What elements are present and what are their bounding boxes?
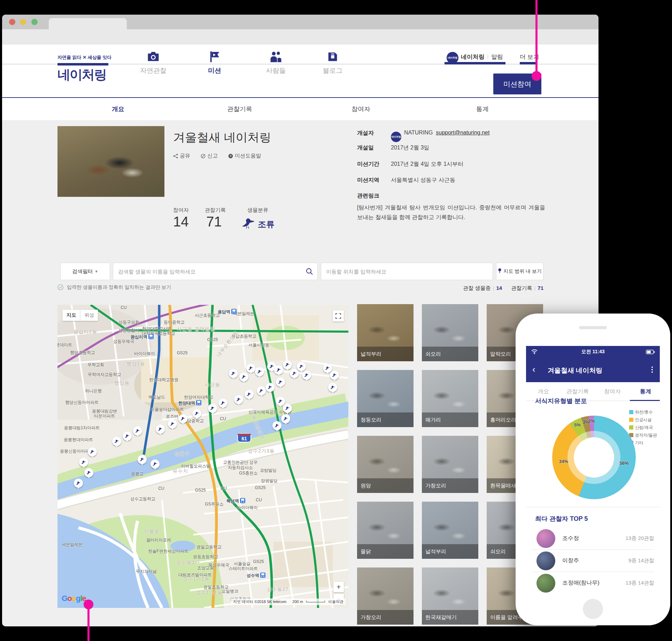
observation-pin-34[interactable] (330, 371, 339, 380)
photo-tile[interactable]: 왜가리 (422, 370, 478, 427)
observation-pin-16[interactable] (218, 399, 227, 408)
photo-caption: 한국재갈매기 (422, 610, 478, 625)
map-range-button[interactable]: 지도 범위 내 보기 (496, 263, 543, 280)
observation-pin-31[interactable] (123, 432, 132, 441)
check-circle-icon (57, 284, 65, 290)
observation-pin-8[interactable] (290, 369, 299, 378)
photo-tile[interactable]: 한국재갈매기 (422, 567, 478, 625)
observation-pin-22[interactable] (276, 397, 285, 406)
photo-tile[interactable]: 넓적부리 (422, 502, 478, 559)
observation-pin-1[interactable] (229, 369, 238, 378)
observation-pin-25[interactable] (272, 421, 281, 430)
top-observer-row-1[interactable]: 조수정13종 20관찰 (532, 528, 654, 549)
observation-pin-14[interactable] (245, 390, 254, 399)
phone-home-button[interactable] (583, 599, 603, 619)
observation-pin-30[interactable] (112, 437, 121, 446)
minimize-window-button[interactable] (20, 19, 26, 25)
map-label-성동우체국: 성동우체국 (113, 339, 134, 345)
top-observer-row-2[interactable]: 이창주9종 14관찰 (532, 550, 654, 572)
map-type-button[interactable]: 지도 (62, 310, 80, 321)
observation-pin-18[interactable] (192, 409, 201, 418)
subtab-1[interactable]: 개요 (83, 105, 153, 113)
main-nav-item-1[interactable]: 자연관찰 (131, 51, 176, 75)
observation-map[interactable]: 61 CU세븐일레븐성동구의회동마중학교사근초등학교용답역한양대학교사범대학부속… (57, 305, 348, 608)
phone-tab-1[interactable]: 개요 (528, 388, 559, 395)
observation-pin-7[interactable] (283, 360, 292, 369)
close-window-button[interactable] (9, 19, 15, 25)
observation-pin-6[interactable] (274, 365, 283, 374)
photo-tile[interactable]: 쇠오리 (422, 304, 478, 361)
subtab-4[interactable]: 통계 (448, 105, 517, 113)
zoom-in-button[interactable]: + (333, 582, 344, 592)
species-search-input[interactable] (113, 263, 317, 280)
phone-tab-3[interactable]: 참여자 (597, 388, 628, 395)
donut-percent-label-2: 34% (559, 459, 568, 464)
site-logo[interactable]: 네이처링 (57, 66, 106, 84)
category-label: 생물분류 (247, 207, 268, 214)
observation-pin-21[interactable] (156, 425, 165, 434)
observer-name: 조수정 (562, 535, 579, 542)
observation-pin-13[interactable] (257, 386, 266, 395)
observation-pin-12[interactable] (265, 383, 275, 392)
mission-cover-photo[interactable] (57, 126, 164, 197)
photo-tile[interactable]: 넓적부리 (357, 304, 414, 361)
main-nav-item-2[interactable]: 미션 (192, 51, 237, 75)
main-nav-label: 블로그 (310, 66, 355, 75)
creator-email-link[interactable]: support@naturing.net (436, 130, 489, 136)
subtab-3[interactable]: 참여자 (326, 105, 396, 113)
phone-tab-4[interactable]: 통계 (630, 388, 660, 395)
observation-pin-28[interactable] (84, 468, 93, 477)
photo-tile[interactable]: 물닭 (357, 502, 414, 559)
observation-pin-9[interactable] (297, 362, 306, 371)
block-icon (201, 154, 206, 160)
zoom-window-button[interactable] (31, 19, 38, 25)
observation-pin-10[interactable] (302, 371, 311, 380)
main-nav-item-4[interactable]: 블로그 (310, 51, 355, 75)
top-observer-row-3[interactable]: 조정애(참나무)13종 14관찰 (532, 572, 654, 594)
share-button[interactable]: 공유 (173, 153, 190, 159)
main-nav-item-3[interactable]: 사람들 (253, 51, 299, 75)
map-terms-link[interactable]: 이용약관 (328, 600, 343, 604)
creator-avatar[interactable]: 네이처링 (391, 132, 401, 142)
overflow-menu-icon[interactable] (651, 365, 653, 374)
profile-name[interactable]: 네이처링 (461, 53, 485, 61)
observation-pin-2[interactable] (239, 372, 248, 381)
observation-pin-3[interactable] (246, 364, 255, 373)
observation-pin-15[interactable] (234, 395, 243, 404)
browser-tab[interactable] (49, 18, 127, 29)
back-icon[interactable]: ‹ (532, 364, 535, 375)
observation-pin-4[interactable] (255, 367, 264, 376)
observation-pin-35[interactable] (328, 383, 337, 392)
observation-pin-26[interactable] (88, 447, 97, 456)
observation-pin-27[interactable] (79, 458, 88, 467)
observation-pin-29[interactable] (74, 479, 83, 488)
avatar[interactable]: 네이처링 (447, 52, 458, 64)
observation-pin-33[interactable] (323, 364, 332, 373)
fullscreen-button[interactable] (333, 310, 344, 322)
search-filter-dropdown[interactable]: 검색필터 ▼ (60, 263, 110, 280)
observation-pin-11[interactable] (276, 378, 285, 387)
observation-pin-37[interactable] (150, 459, 160, 469)
mission-help-button[interactable]: ?미션도움말 (228, 153, 261, 159)
location-search-input[interactable] (321, 263, 493, 280)
observation-pin-24[interactable] (281, 414, 290, 423)
photo-tile[interactable]: 가창오리 (422, 436, 478, 493)
subtab-2[interactable]: 관찰기록 (205, 105, 275, 113)
observation-pin-23[interactable] (283, 404, 292, 413)
exact-match-toggle[interactable]: 입력한 생물이름과 정확히 일치하는 결과만 보기 (57, 284, 171, 291)
phone-tab-2[interactable]: 관찰기록 (562, 388, 593, 395)
observation-pin-17[interactable] (208, 404, 217, 413)
observation-pin-20[interactable] (168, 419, 177, 428)
observation-pin-36[interactable] (138, 455, 147, 464)
photo-tile[interactable]: 가창오리 (357, 567, 414, 625)
photo-tile[interactable]: 청둥오리 (357, 370, 414, 427)
participants-value: 14 (173, 214, 189, 230)
observation-pin-32[interactable] (133, 426, 142, 435)
alerts-link[interactable]: 알림 (491, 53, 503, 61)
observation-pin-19[interactable] (178, 414, 187, 423)
search-icon[interactable] (306, 268, 313, 276)
satellite-type-button[interactable]: 위성 (80, 310, 98, 321)
photo-tile[interactable]: 원앙 (357, 436, 414, 493)
report-button[interactable]: 신고 (201, 153, 218, 159)
page: { "annotation": {"color": "#f20c9f"}, "h… (0, 0, 672, 641)
